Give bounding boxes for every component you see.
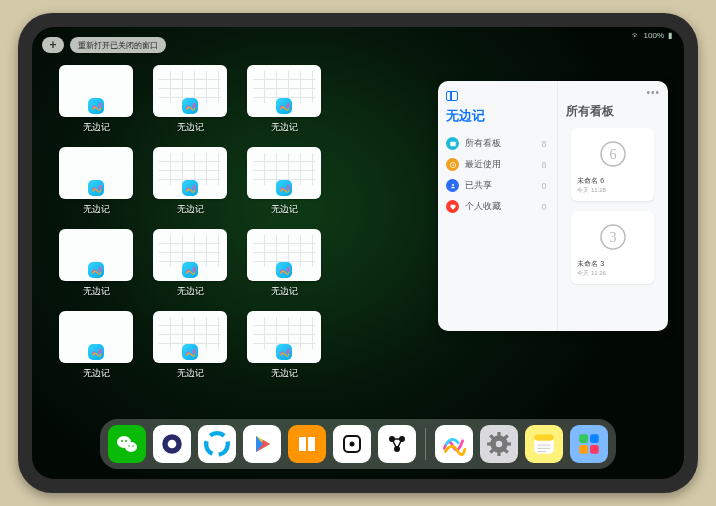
window-label: 无边记 — [83, 203, 110, 216]
category-icon — [446, 158, 459, 171]
dock — [100, 419, 616, 469]
svg-point-11 — [128, 445, 130, 447]
ipad-screen: ᯤ 100% ▮ + 重新打开已关闭的窗口 无边记无边记无边记无边记无边记无边记… — [32, 27, 684, 479]
wifi-icon: ᯤ — [632, 31, 640, 40]
dock-app-widgets[interactable] — [570, 425, 608, 463]
ipad-frame: ᯤ 100% ▮ + 重新打开已关闭的窗口 无边记无边记无边记无边记无边记无边记… — [18, 13, 698, 493]
category-2[interactable]: 已共享0 — [446, 175, 549, 196]
reopen-closed-window-button[interactable]: 重新打开已关闭的窗口 — [70, 37, 166, 53]
svg-point-22 — [394, 446, 400, 452]
dock-app-play[interactable] — [243, 425, 281, 463]
window-thumbnail — [59, 65, 133, 117]
window-label: 无边记 — [83, 285, 110, 298]
app-switcher-grid: 无边记无边记无边记无边记无边记无边记无边记无边记无边记无边记无边记无边记 — [56, 65, 416, 389]
svg-rect-0 — [450, 141, 455, 146]
dock-app-wechat[interactable] — [108, 425, 146, 463]
dock-app-obs[interactable] — [378, 425, 416, 463]
more-button[interactable]: ••• — [646, 87, 660, 98]
category-label: 最近使用 — [465, 158, 501, 171]
svg-rect-40 — [579, 445, 588, 454]
window-thumbnail — [59, 311, 133, 363]
category-1[interactable]: 最近使用8 — [446, 154, 549, 175]
window-label: 无边记 — [271, 121, 298, 134]
window-thumbnail — [247, 147, 321, 199]
panel-navigation: 无边记 所有看板8最近使用8已共享0个人收藏0 — [438, 81, 558, 331]
svg-rect-39 — [590, 434, 599, 443]
freeform-app-icon — [182, 180, 198, 196]
freeform-app-icon — [276, 180, 292, 196]
panel-app-title: 无边记 — [446, 107, 549, 125]
board-card[interactable]: 6未命名 6今天 11:28 — [571, 128, 654, 201]
freeform-app-icon — [88, 98, 104, 114]
app-switcher-window[interactable]: 无边记 — [56, 65, 136, 143]
app-switcher-window[interactable]: 无边记 — [244, 311, 324, 389]
dock-app-settings[interactable] — [480, 425, 518, 463]
new-window-button[interactable]: + — [42, 37, 64, 53]
svg-line-29 — [490, 435, 493, 438]
board-time: 今天 11:28 — [577, 186, 648, 195]
top-left-controls: + 重新打开已关闭的窗口 — [42, 37, 166, 53]
svg-point-14 — [168, 440, 177, 449]
board-time: 今天 11:26 — [577, 269, 648, 278]
window-label: 无边记 — [177, 367, 204, 380]
svg-rect-41 — [590, 445, 599, 454]
category-label: 已共享 — [465, 179, 492, 192]
dock-app-qqbrowser[interactable] — [198, 425, 236, 463]
board-sketch: 6 — [593, 136, 633, 172]
svg-rect-17 — [308, 437, 315, 451]
svg-point-9 — [121, 440, 123, 442]
dock-separator — [425, 428, 426, 460]
freeform-app-icon — [182, 344, 198, 360]
panel-boards: ••• 所有看板 6未命名 6今天 11:283未命名 3今天 11:26 — [558, 81, 668, 331]
freeform-app-icon — [88, 180, 104, 196]
dock-app-dice[interactable] — [333, 425, 371, 463]
dock-app-notes[interactable] — [525, 425, 563, 463]
app-switcher-window[interactable]: 无边记 — [56, 147, 136, 225]
freeform-app-icon — [88, 344, 104, 360]
freeform-sidebar-panel: 无边记 所有看板8最近使用8已共享0个人收藏0 ••• 所有看板 6未命名 6今… — [438, 81, 668, 331]
category-count: 0 — [542, 202, 547, 212]
svg-line-32 — [504, 435, 507, 438]
app-switcher-window[interactable]: 无边记 — [150, 65, 230, 143]
category-3[interactable]: 个人收藏0 — [446, 196, 549, 217]
app-switcher-window[interactable]: 无边记 — [244, 65, 324, 143]
dock-app-books[interactable] — [288, 425, 326, 463]
status-bar: ᯤ 100% ▮ — [632, 31, 672, 40]
window-thumbnail — [153, 65, 227, 117]
svg-point-2 — [452, 184, 454, 186]
sidebar-toggle-icon[interactable] — [446, 91, 458, 101]
app-switcher-window[interactable]: 无边记 — [244, 147, 324, 225]
window-label: 无边记 — [177, 121, 204, 134]
app-switcher-window[interactable]: 无边记 — [150, 311, 230, 389]
dock-app-quark[interactable] — [153, 425, 191, 463]
window-label: 无边记 — [271, 285, 298, 298]
window-label: 无边记 — [271, 203, 298, 216]
app-switcher-window[interactable]: 无边记 — [56, 311, 136, 389]
freeform-app-icon — [88, 262, 104, 278]
freeform-app-icon — [182, 262, 198, 278]
category-icon — [446, 137, 459, 150]
app-switcher-window[interactable]: 无边记 — [244, 229, 324, 307]
window-label: 无边记 — [83, 121, 110, 134]
freeform-app-icon — [182, 98, 198, 114]
dock-app-freeform[interactable] — [435, 425, 473, 463]
category-label: 个人收藏 — [465, 200, 501, 213]
window-label: 无边记 — [177, 285, 204, 298]
svg-line-31 — [490, 449, 493, 452]
svg-line-30 — [504, 449, 507, 452]
svg-point-8 — [125, 442, 137, 452]
svg-rect-16 — [299, 437, 306, 451]
svg-text:6: 6 — [609, 147, 616, 162]
board-sketch: 3 — [593, 219, 633, 255]
category-count: 8 — [542, 160, 547, 170]
app-switcher-window[interactable]: 无边记 — [150, 229, 230, 307]
svg-text:3: 3 — [609, 230, 616, 245]
category-0[interactable]: 所有看板8 — [446, 133, 549, 154]
app-switcher-window[interactable]: 无边记 — [56, 229, 136, 307]
window-thumbnail — [59, 147, 133, 199]
app-switcher-window[interactable]: 无边记 — [150, 147, 230, 225]
svg-point-24 — [496, 441, 503, 448]
window-label: 无边记 — [177, 203, 204, 216]
board-card[interactable]: 3未命名 3今天 11:26 — [571, 211, 654, 284]
window-label: 无边记 — [83, 367, 110, 380]
